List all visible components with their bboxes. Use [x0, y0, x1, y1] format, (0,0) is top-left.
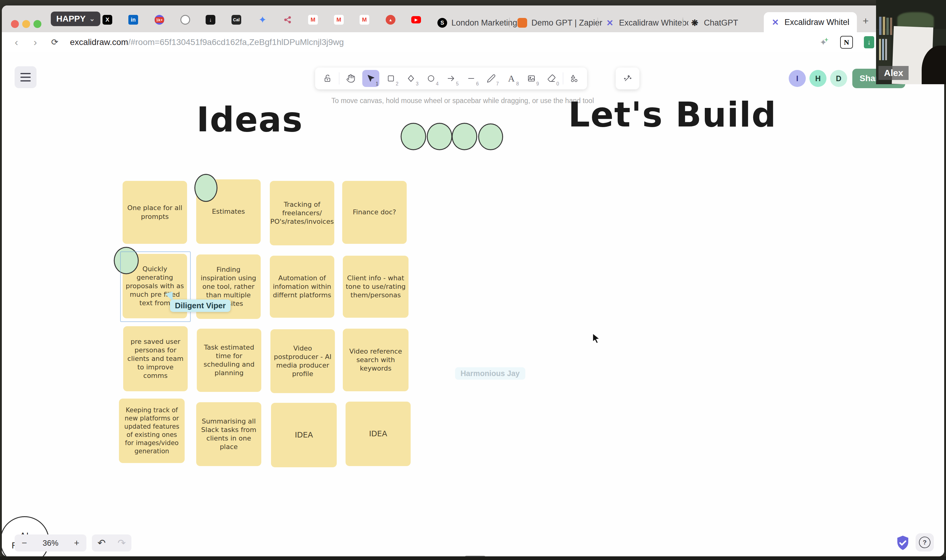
notion-icon: N — [840, 36, 853, 49]
pinned-tab-youtube[interactable]: ▶ — [411, 15, 421, 25]
gemini-star-icon: ✦ — [259, 14, 267, 26]
undo-button[interactable]: ↶ — [92, 534, 111, 551]
eraser-tool-button[interactable]: 0 — [541, 68, 561, 89]
tab-label: ChatGPT — [704, 18, 738, 28]
minimize-window-button[interactable] — [22, 20, 30, 28]
tab-group-happy[interactable]: HAPPY ⌄ — [51, 12, 100, 26]
pinned-tab-share-nodes[interactable] — [283, 15, 293, 25]
sticky-note[interactable]: Summarising all Slack tasks from clients… — [196, 402, 261, 466]
canvas-hint-text: To move canvas, hold mouse wheel or spac… — [331, 97, 594, 105]
shortcut-label: 7 — [496, 81, 499, 87]
excalidraw-icon: ✕ — [605, 18, 615, 28]
new-tab-button[interactable]: + — [858, 13, 873, 28]
tab-london-marketing[interactable]: S London Marketing — [438, 13, 517, 32]
excalidraw-canvas-area[interactable]: 1 2 3 4 5 6 7 — [2, 52, 944, 556]
ellipse-tool-button[interactable]: 4 — [421, 68, 441, 89]
history-controls: ↶ ↷ — [92, 534, 131, 551]
sticky-note[interactable]: Client info - what tone to use/rating th… — [343, 256, 408, 318]
sticky-note[interactable]: Video postproducer - AI media producer p… — [270, 329, 335, 393]
draw-tool-button[interactable]: 7 — [481, 68, 501, 89]
laser-pointer-button[interactable] — [618, 68, 638, 89]
avatar-h[interactable]: H — [809, 70, 826, 87]
shortcut-label: 5 — [456, 81, 459, 87]
forward-button[interactable]: › — [28, 35, 43, 49]
green-ellipse-3[interactable] — [452, 123, 477, 150]
tab-demo-gpt-zapier[interactable]: Demo GPT | Zapier — [518, 13, 602, 32]
menu-bar — [20, 77, 31, 78]
pinned-tab-linkedin[interactable]: in — [128, 15, 139, 25]
shapes-more-button[interactable] — [565, 68, 585, 89]
sticky-note[interactable]: Finance doc? — [342, 181, 407, 244]
sticky-note[interactable]: IDEA — [345, 402, 411, 466]
image-tool-button[interactable]: 9 — [521, 68, 541, 89]
zoom-out-button[interactable]: − — [15, 534, 34, 551]
green-ellipse-2[interactable] — [427, 123, 452, 150]
tab-excalidraw-active[interactable]: ✕ Excalidraw Whitebo — [764, 12, 857, 32]
text-tool-button[interactable]: A 8 — [501, 68, 521, 89]
shortcut-label: 6 — [476, 81, 479, 87]
pinned-tab-gmail-1[interactable]: M — [308, 15, 318, 25]
sticky-note[interactable]: pre saved user personas for clients and … — [123, 326, 188, 391]
avatar-d[interactable]: D — [830, 70, 847, 87]
tab-separator — [683, 18, 683, 28]
line-tool-button[interactable]: 6 — [461, 68, 481, 89]
selection-tool-button[interactable]: 1 — [361, 68, 381, 89]
help-button[interactable]: ? — [915, 533, 934, 551]
lock-tool-button[interactable] — [317, 68, 337, 89]
hand-icon — [346, 74, 355, 83]
green-ellipse-estimates[interactable] — [194, 174, 217, 202]
zoom-in-button[interactable]: + — [67, 534, 86, 551]
tab-excalidraw-1[interactable]: ✕ Excalidraw Whitebo — [605, 13, 688, 32]
green-ellipse-4[interactable] — [478, 123, 503, 150]
green-ellipse-1[interactable] — [401, 123, 426, 150]
pinned-tab-1k[interactable]: 1k+ — [154, 15, 165, 25]
canvas-title-lets-build[interactable]: Let's Build — [568, 95, 777, 134]
pinned-tab-ring[interactable] — [180, 15, 190, 25]
toolbar-divider — [563, 72, 563, 85]
toolbar-divider — [339, 72, 339, 85]
redo-button[interactable]: ↷ — [112, 534, 131, 551]
canvas-title-ideas[interactable]: Ideas — [197, 100, 303, 139]
linkedin-icon: in — [128, 15, 138, 25]
diamond-tool-button[interactable]: 3 — [401, 68, 421, 89]
zoom-window-button[interactable] — [34, 20, 42, 28]
shortcut-label: 9 — [536, 81, 539, 87]
sticky-note[interactable]: Keeping track of new platforms or update… — [119, 398, 185, 463]
pinned-tab-gemini[interactable]: ✦ — [257, 15, 268, 25]
rectangle-tool-button[interactable]: 2 — [381, 68, 401, 89]
sticky-note[interactable]: Automation of infomation within differnt… — [270, 256, 334, 318]
extension-notion[interactable]: N — [840, 36, 853, 49]
close-window-button[interactable] — [11, 20, 19, 28]
lock-open-icon — [323, 74, 332, 83]
zoom-level[interactable]: 36% — [43, 538, 59, 548]
book-spine — [879, 17, 881, 35]
hand-tool-button[interactable] — [340, 68, 361, 89]
squarespace-icon: S — [438, 18, 447, 28]
address-bar[interactable]: excalidraw.com/#room=65f130451f9a6cd162f… — [70, 32, 344, 52]
gmail-icon: M — [359, 15, 370, 25]
pinned-tab-x[interactable]: X — [102, 15, 112, 25]
green-doc-icon: ↓ — [864, 36, 874, 48]
sticky-note[interactable]: Task estimated time for scheduling and p… — [197, 329, 261, 392]
extension-add-button[interactable]: ✦ + — [818, 36, 830, 49]
reload-button[interactable]: ⟳ — [48, 35, 62, 49]
sticky-note[interactable]: IDEA — [271, 403, 337, 467]
pinned-tab-cal[interactable]: Cal — [231, 15, 242, 25]
tab-label: Demo GPT | Zapier — [532, 18, 602, 28]
pinned-tab-gmail-3[interactable]: M — [359, 15, 370, 25]
sticky-note[interactable]: Tracking of freelancers/ PO's/rates/invo… — [270, 181, 334, 245]
pinned-tab-gmail-2[interactable]: M — [334, 15, 344, 25]
url-row: ‹ › ⟳ excalidraw.com/#room=65f130451f9a6… — [2, 32, 944, 52]
arrow-tool-button[interactable]: 5 — [441, 68, 461, 89]
avatar-i[interactable]: I — [789, 70, 806, 87]
sticky-note[interactable]: Video reference search with keywords — [343, 329, 408, 391]
pinned-tab-export[interactable]: ↓ — [205, 15, 216, 25]
pinned-tab-red[interactable]: ▲ — [385, 15, 396, 25]
back-button[interactable]: ‹ — [9, 35, 24, 49]
hamburger-menu-button[interactable] — [15, 66, 37, 88]
extension-sheets[interactable]: ↓ — [863, 36, 875, 49]
webcam-overlay[interactable]: Alex — [876, 0, 946, 84]
sticky-note[interactable]: One place for all prompts — [123, 181, 187, 244]
toolbar-island: 1 2 3 4 5 6 7 — [315, 68, 587, 89]
tab-chatgpt[interactable]: ❋ ChatGPT — [690, 13, 738, 32]
